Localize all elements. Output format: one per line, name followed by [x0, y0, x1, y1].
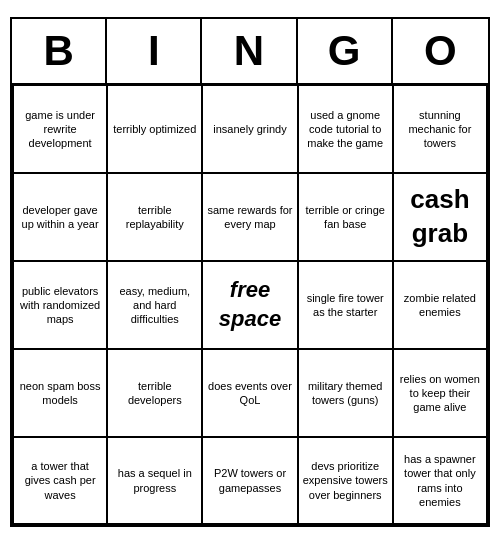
bingo-cell-7[interactable]: same rewards for every map: [202, 173, 297, 261]
bingo-grid: game is under rewrite developmentterribl…: [12, 85, 488, 525]
bingo-cell-1[interactable]: terribly optimized: [107, 85, 202, 173]
bingo-cell-12[interactable]: free space: [202, 261, 297, 349]
bingo-card: BINGO game is under rewrite developmentt…: [10, 17, 490, 527]
bingo-letter-o: O: [393, 19, 488, 83]
bingo-letter-b: B: [12, 19, 107, 83]
bingo-cell-23[interactable]: devs prioritize expensive towers over be…: [298, 437, 393, 525]
bingo-cell-14[interactable]: zombie related enemies: [393, 261, 488, 349]
bingo-letter-i: I: [107, 19, 202, 83]
bingo-cell-6[interactable]: terrible replayability: [107, 173, 202, 261]
bingo-cell-15[interactable]: neon spam boss models: [12, 349, 107, 437]
bingo-cell-8[interactable]: terrible or cringe fan base: [298, 173, 393, 261]
bingo-cell-17[interactable]: does events over QoL: [202, 349, 297, 437]
bingo-cell-2[interactable]: insanely grindy: [202, 85, 297, 173]
bingo-cell-13[interactable]: single fire tower as the starter: [298, 261, 393, 349]
bingo-cell-24[interactable]: has a spawner tower that only rams into …: [393, 437, 488, 525]
bingo-cell-16[interactable]: terrible developers: [107, 349, 202, 437]
bingo-cell-3[interactable]: used a gnome code tutorial to make the g…: [298, 85, 393, 173]
bingo-letter-n: N: [202, 19, 297, 83]
bingo-cell-5[interactable]: developer gave up within a year: [12, 173, 107, 261]
bingo-cell-0[interactable]: game is under rewrite development: [12, 85, 107, 173]
bingo-cell-19[interactable]: relies on women to keep their game alive: [393, 349, 488, 437]
bingo-cell-18[interactable]: military themed towers (guns): [298, 349, 393, 437]
bingo-header: BINGO: [12, 19, 488, 85]
bingo-cell-11[interactable]: easy, medium, and hard difficulties: [107, 261, 202, 349]
bingo-cell-21[interactable]: has a sequel in progress: [107, 437, 202, 525]
bingo-cell-20[interactable]: a tower that gives cash per waves: [12, 437, 107, 525]
bingo-cell-10[interactable]: public elevators with randomized maps: [12, 261, 107, 349]
bingo-letter-g: G: [298, 19, 393, 83]
bingo-cell-9[interactable]: cash grab: [393, 173, 488, 261]
bingo-cell-22[interactable]: P2W towers or gamepasses: [202, 437, 297, 525]
bingo-cell-4[interactable]: stunning mechanic for towers: [393, 85, 488, 173]
